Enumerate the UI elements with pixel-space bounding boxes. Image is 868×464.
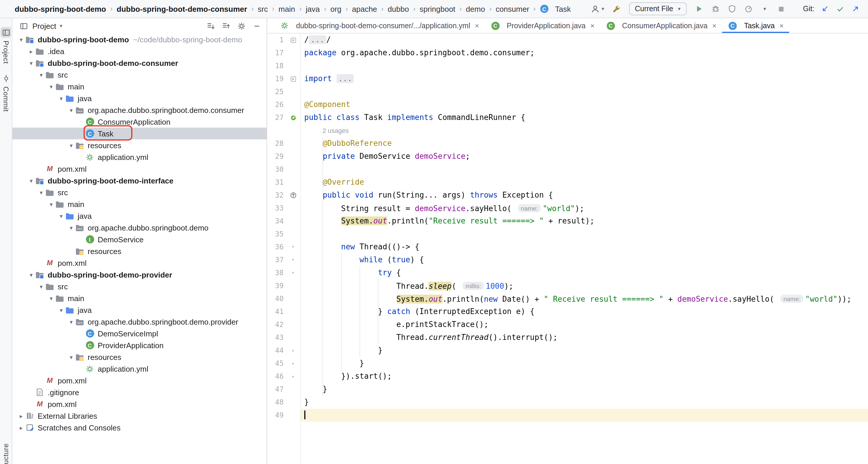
user-profile-button[interactable]: ▾ (590, 3, 604, 14)
project-title[interactable]: Project (32, 22, 56, 30)
fold-marker-icon[interactable]: ▾ (286, 240, 300, 254)
chevron-down-icon[interactable]: ▾ (27, 271, 35, 278)
wrench-icon[interactable] (611, 3, 622, 14)
code-line[interactable]: 30 (267, 163, 868, 176)
editor-tab[interactable]: dubbo-spring-boot-demo-consumer/.../appl… (274, 18, 485, 33)
expand-all-icon[interactable] (206, 21, 216, 31)
stripe-button-commit[interactable]: Commit (1, 73, 11, 112)
tree-row[interactable]: Mpom.xml (12, 398, 267, 410)
chevron-down-icon[interactable]: ▾ (37, 189, 45, 196)
usages-hint[interactable]: 2 usages (322, 127, 349, 134)
code-line[interactable]: 39 Thread.sleep( millis:1000); (267, 279, 868, 292)
editor-content[interactable]: 1+/.../17package org.apache.dubbo.spring… (267, 34, 868, 464)
fold-marker-icon[interactable]: + (286, 72, 300, 85)
code-line[interactable]: 19+import ... (267, 72, 868, 85)
breadcrumb-item[interactable]: java (306, 4, 320, 13)
chevron-down-icon[interactable]: ▾ (37, 283, 45, 290)
code-line[interactable]: 42 e.printStackTrace(); (267, 318, 868, 331)
breadcrumb-item[interactable]: consumer (496, 4, 529, 13)
chevron-down-icon[interactable]: ▾ (47, 295, 55, 301)
code-line[interactable]: 32 public void run(String... args) throw… (267, 189, 868, 202)
close-tab-icon[interactable]: × (712, 22, 716, 30)
tree-row[interactable]: ▾java (12, 304, 267, 316)
breadcrumb-item[interactable]: dubbo-spring-boot-demo-consumer (117, 4, 247, 13)
fold-marker-icon[interactable]: ▾ (286, 254, 300, 266)
chevron-down-icon[interactable]: ▾ (37, 71, 45, 78)
tree-row[interactable]: ▾dubbo-spring-boot-demo-provider (12, 269, 267, 280)
code-line[interactable]: 45▴ } (267, 357, 868, 370)
tree-row[interactable]: ▾src (12, 187, 267, 198)
tree-row[interactable]: ▸Scratches and Consoles (12, 422, 267, 433)
hide-panel-icon[interactable] (251, 21, 262, 31)
code-line[interactable]: 49 (267, 409, 868, 422)
code-line[interactable]: 25 (267, 85, 868, 98)
code-line[interactable]: 48} (267, 396, 868, 409)
editor-tab[interactable]: CTask.java× (722, 18, 789, 33)
code-line[interactable]: 29 private DemoService demoService; (267, 150, 868, 163)
tree-row[interactable]: ▾resources (12, 351, 267, 363)
chevron-down-icon[interactable]: ▾ (27, 60, 35, 66)
tree-row[interactable]: ▸.idea (12, 45, 267, 57)
coverage-button[interactable] (726, 3, 737, 14)
breadcrumb-item[interactable]: apache (352, 4, 377, 13)
tree-row[interactable]: ▾org.apache.dubbo.springboot.demo.consum… (12, 104, 267, 116)
chevron-down-icon[interactable]: ▾ (47, 83, 55, 90)
tree-row[interactable]: CTask (12, 128, 267, 139)
chevron-down-icon[interactable]: ▾ (27, 177, 35, 184)
git-update-button[interactable] (820, 3, 830, 14)
code-line[interactable]: 18 (267, 59, 868, 72)
tree-row[interactable]: ▾org.apache.dubbo.springboot.demo (12, 222, 267, 233)
tree-row[interactable]: ▾resources (12, 139, 267, 151)
tree-row[interactable]: ▾dubbo-spring-boot-demo-interface (12, 175, 267, 187)
run-button[interactable] (693, 3, 704, 14)
code-line[interactable]: 31 @Override (267, 176, 868, 189)
breadcrumb-item[interactable]: demo (466, 4, 485, 13)
breadcrumb-item[interactable]: main (279, 4, 295, 13)
fold-marker-icon[interactable]: ▴ (286, 370, 300, 383)
code-line[interactable]: 34 System.out.println("Receive result ==… (267, 214, 868, 228)
code-line[interactable]: 46▴ }).start(); (267, 370, 868, 383)
tree-row[interactable]: ▾src (12, 280, 267, 292)
code-line[interactable]: 41 } catch (InterruptedException e) { (267, 305, 868, 318)
git-commit-button[interactable] (835, 3, 846, 14)
tree-row[interactable]: ▾src (12, 69, 267, 80)
debug-button[interactable] (710, 3, 721, 14)
code-line[interactable]: 2 usages (267, 124, 868, 137)
chevron-down-icon[interactable]: ▾ (47, 201, 55, 207)
close-tab-icon[interactable]: × (475, 22, 479, 30)
code-line[interactable]: 35 (267, 228, 868, 240)
chevron-down-icon[interactable]: ▾ (67, 142, 75, 148)
profiler-button[interactable] (743, 3, 753, 14)
run-config-dropdown[interactable]: Current File ▾ (629, 2, 686, 15)
breadcrumb-item[interactable]: springboot (420, 4, 455, 13)
fold-marker-icon[interactable]: ▾ (286, 266, 300, 279)
tree-row[interactable]: CProviderApplication (12, 339, 267, 351)
collapse-all-icon[interactable] (221, 21, 231, 31)
code-line[interactable]: 37▾ while (true) { (267, 254, 868, 266)
tree-row[interactable]: application.yml (12, 363, 267, 375)
tree-row[interactable]: CConsumerApplication (12, 116, 267, 128)
chevron-right-icon[interactable]: ▸ (17, 424, 25, 431)
code-line[interactable]: 40 System.out.println(new Date() + " Rec… (267, 292, 868, 305)
tree-row[interactable]: ▾java (12, 210, 267, 222)
breadcrumb-item[interactable]: CTask (540, 4, 571, 13)
tree-row[interactable]: .gitignore (12, 386, 267, 398)
chevron-down-icon[interactable]: ▾ (67, 354, 75, 360)
tree-row[interactable]: resources (12, 245, 267, 257)
chevron-down-icon[interactable]: ▾ (57, 95, 65, 101)
code-line[interactable]: 43 Thread.currentThread().interrupt(); (267, 331, 868, 344)
editor-tab[interactable]: CConsumerApplication.java× (600, 18, 722, 33)
tree-row[interactable]: ▾main (12, 292, 267, 304)
code-line[interactable]: 33 String result = demoService.sayHello(… (267, 202, 868, 214)
chevron-down-icon[interactable]: ▾ (67, 224, 75, 231)
code-line[interactable]: 17package org.apache.dubbo.springboot.de… (267, 46, 868, 59)
chevron-right-icon[interactable]: ▸ (17, 412, 25, 419)
tree-row[interactable]: Mpom.xml (12, 375, 267, 386)
code-line[interactable]: 28 @DubboReference (267, 137, 868, 150)
tree-row[interactable]: Mpom.xml (12, 257, 267, 269)
chevron-down-icon[interactable]: ▾ (57, 307, 65, 313)
more-run-chevron[interactable]: ▾ (760, 3, 770, 14)
settings-icon[interactable] (236, 21, 247, 31)
fold-marker-icon[interactable]: + (286, 34, 300, 46)
override-gutter-icon[interactable] (286, 189, 300, 202)
